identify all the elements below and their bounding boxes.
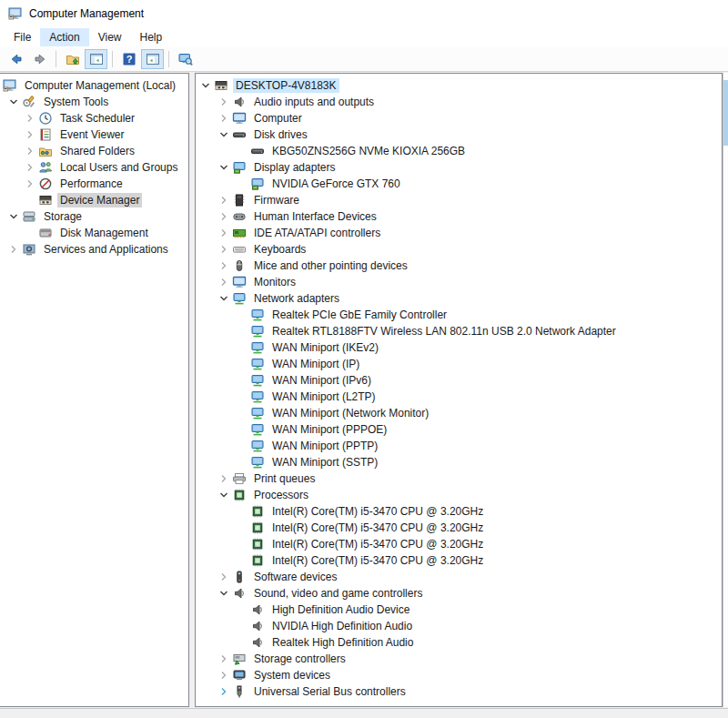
chevron-expanded-icon[interactable] — [5, 95, 22, 109]
chevron-collapsed-icon[interactable] — [216, 570, 232, 584]
up-one-level-button[interactable] — [61, 49, 84, 69]
tree-item[interactable]: Monitors — [196, 274, 722, 290]
tree-item[interactable]: Shared Folders — [0, 143, 188, 159]
menu-item-view[interactable]: View — [89, 28, 131, 46]
tree-item[interactable]: WAN Miniport (L2TP) — [196, 389, 722, 405]
tree-item[interactable]: Human Interface Devices — [196, 208, 722, 225]
tree-item[interactable]: Computer Management (Local) — [0, 77, 188, 94]
tree-item-label: WAN Miniport (IP) — [269, 357, 362, 371]
chevron-collapsed-icon[interactable] — [216, 275, 232, 289]
chevron-collapsed-icon[interactable] — [216, 111, 232, 126]
tree-item[interactable]: Device Manager — [0, 192, 188, 208]
tree-item[interactable]: KBG50ZNS256G NVMe KIOXIA 256GB — [196, 143, 722, 159]
chevron-collapsed-icon[interactable] — [216, 226, 232, 240]
tree-item[interactable]: Local Users and Groups — [0, 159, 188, 176]
chevron-collapsed-icon[interactable] — [22, 111, 38, 126]
menu-item-file[interactable]: File — [5, 28, 40, 46]
speaker-icon — [250, 635, 265, 650]
tree-item[interactable]: Intel(R) Core(TM) i5-3470 CPU @ 3.20GHz — [196, 536, 722, 552]
chevron-collapsed-icon[interactable] — [5, 242, 22, 257]
console-tree-toggle-button[interactable] — [85, 49, 107, 69]
tree-item[interactable]: Storage controllers — [196, 651, 722, 667]
tree-item[interactable]: Mice and other pointing devices — [196, 258, 722, 274]
console-tree-icon — [89, 52, 104, 66]
tree-item[interactable]: WAN Miniport (PPTP) — [196, 438, 722, 454]
tree-item[interactable]: Universal Serial Bus controllers — [196, 683, 722, 700]
help-icon: ? — [122, 52, 136, 66]
tree-item[interactable]: WAN Miniport (SSTP) — [196, 454, 722, 470]
chevron-expanded-icon[interactable] — [5, 209, 22, 224]
tree-item[interactable]: WAN Miniport (IKEv2) — [196, 339, 722, 356]
action-pane-toggle-button[interactable] — [141, 49, 164, 69]
tree-item[interactable]: Disk drives — [196, 126, 722, 143]
tree-item[interactable]: Computer — [196, 110, 722, 126]
tree-item[interactable]: Task Scheduler — [0, 110, 188, 126]
tree-item[interactable]: Firmware — [196, 192, 722, 208]
tree-item-label: Print queues — [251, 471, 318, 486]
tree-item[interactable]: Intel(R) Core(TM) i5-3470 CPU @ 3.20GHz — [196, 520, 722, 536]
tree-item[interactable]: Services and Applications — [0, 241, 188, 258]
scan-hardware-button[interactable] — [174, 49, 197, 69]
tree-item[interactable]: DESKTOP-4V8183K — [196, 77, 722, 94]
tree-item[interactable]: Realtek High Definition Audio — [196, 634, 722, 651]
chevron-collapsed-icon[interactable] — [216, 209, 232, 224]
tree-item[interactable]: WAN Miniport (IPv6) — [196, 372, 722, 389]
tree-item[interactable]: WAN Miniport (PPPOE) — [196, 421, 722, 438]
tree-item[interactable]: Realtek RTL8188FTV Wireless LAN 802.11n … — [196, 323, 722, 339]
chevron-placeholder — [234, 635, 250, 650]
chevron-expanded-icon[interactable] — [216, 127, 232, 142]
tree-item[interactable]: High Definition Audio Device — [196, 602, 722, 618]
tree-item[interactable]: Realtek PCIe GbE Family Controller — [196, 307, 722, 323]
tree-item[interactable]: Print queues — [196, 470, 722, 487]
tree-item[interactable]: Audio inputs and outputs — [196, 94, 722, 110]
tree-item-label: Sound, video and game controllers — [251, 586, 425, 601]
chevron-collapsed-icon[interactable] — [216, 668, 232, 683]
chevron-collapsed-icon[interactable] — [216, 471, 232, 486]
chevron-collapsed-icon[interactable] — [216, 684, 232, 699]
tree-item[interactable]: Display adapters — [196, 159, 722, 176]
chevron-collapsed-icon[interactable] — [22, 144, 38, 158]
tree-item-label: Disk Management — [57, 226, 151, 240]
tree-item[interactable]: Processors — [196, 487, 722, 503]
tree-item-label: Universal Serial Bus controllers — [251, 684, 409, 699]
tree-item[interactable]: Keyboards — [196, 241, 722, 258]
tree-item[interactable]: Intel(R) Core(TM) i5-3470 CPU @ 3.20GHz — [196, 552, 722, 569]
chevron-collapsed-icon[interactable] — [216, 193, 232, 207]
chevron-collapsed-icon[interactable] — [22, 160, 38, 175]
tree-item[interactable]: Event Viewer — [0, 126, 188, 143]
chevron-expanded-icon[interactable] — [216, 291, 232, 306]
chevron-collapsed-icon[interactable] — [216, 95, 232, 109]
tree-item[interactable]: Disk Management — [0, 225, 188, 241]
chevron-expanded-icon[interactable] — [216, 488, 232, 502]
back-button[interactable] — [5, 49, 27, 69]
tree-item[interactable]: Sound, video and game controllers — [196, 585, 722, 602]
tree-item[interactable]: WAN Miniport (IP) — [196, 356, 722, 372]
tree-item[interactable]: System devices — [196, 667, 722, 683]
menu-item-action[interactable]: Action — [40, 28, 88, 46]
chevron-collapsed-icon[interactable] — [22, 127, 38, 142]
chevron-expanded-icon[interactable] — [216, 160, 232, 175]
tree-item[interactable]: Software devices — [196, 569, 722, 585]
performance-icon — [38, 177, 53, 191]
chevron-collapsed-icon[interactable] — [22, 177, 38, 191]
chevron-collapsed-icon[interactable] — [216, 258, 232, 273]
chevron-collapsed-icon[interactable] — [216, 652, 232, 666]
scrollbar-thumb[interactable] — [723, 80, 728, 146]
tree-item[interactable]: WAN Miniport (Network Monitor) — [196, 405, 722, 421]
tree-item[interactable]: System Tools — [0, 94, 188, 110]
tree-item[interactable]: NVIDIA GeForce GTX 760 — [196, 176, 722, 192]
chevron-expanded-icon[interactable] — [216, 586, 232, 601]
chevron-collapsed-icon[interactable] — [216, 242, 232, 257]
tree-item[interactable]: Intel(R) Core(TM) i5-3470 CPU @ 3.20GHz — [196, 503, 722, 520]
tree-item[interactable]: Network adapters — [196, 290, 722, 307]
help-button[interactable]: ? — [117, 49, 140, 69]
tree-item-label: Local Users and Groups — [57, 160, 180, 175]
chevron-expanded-icon[interactable] — [197, 78, 214, 93]
menu-item-help[interactable]: Help — [131, 28, 172, 46]
tree-item[interactable]: Performance — [0, 176, 188, 192]
tree-item[interactable]: Storage — [0, 208, 188, 225]
tree-item[interactable]: IDE ATA/ATAPI controllers — [196, 225, 722, 241]
forward-button[interactable] — [28, 49, 51, 69]
tree-item[interactable]: NVIDIA High Definition Audio — [196, 618, 722, 634]
network-icon — [232, 291, 247, 306]
